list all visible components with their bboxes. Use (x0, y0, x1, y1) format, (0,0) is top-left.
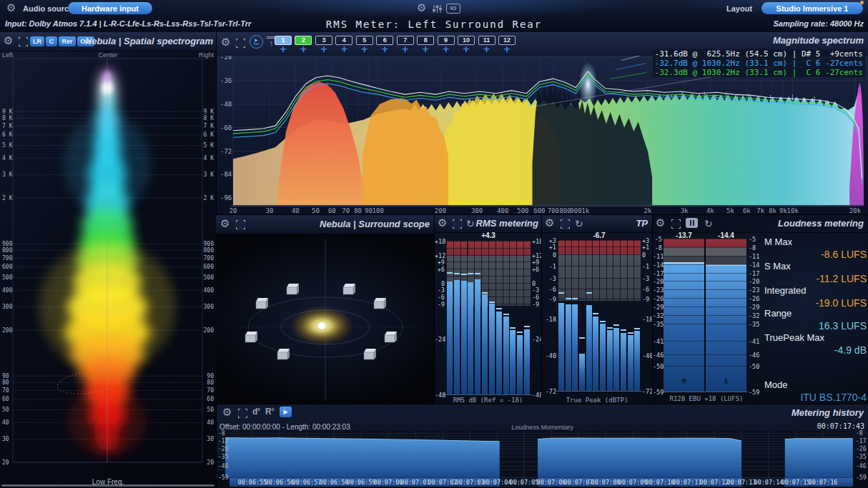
tp-hairline (558, 289, 641, 289)
loud-scale-left: -26 (653, 295, 662, 302)
rms-reset-icon[interactable]: ↻ (466, 219, 475, 229)
spectrum-channel-add-button-5[interactable]: + (356, 44, 373, 54)
loud-scale-left: -50 (653, 363, 662, 370)
history-time-label: 00:07:04 (483, 479, 512, 486)
svg-text:-35: -35 (218, 454, 229, 460)
svg-text:2 K: 2 K (2, 195, 13, 201)
rms-bar-1 (447, 282, 453, 394)
tp-peak-8 (607, 327, 613, 329)
tp-bar-7 (600, 324, 606, 391)
history-range-icon[interactable]: Rc (265, 407, 275, 417)
spectrum-channel-add-button-8[interactable]: + (417, 44, 434, 54)
tp-peak-12 (634, 328, 640, 329)
hardware-input-button[interactable]: Hardware input (68, 2, 152, 14)
svg-text:700: 700 (204, 255, 214, 262)
loudness-pause-button[interactable] (686, 218, 698, 228)
history-time-label: 00:07:03 (455, 479, 485, 486)
spatial-scrollbar[interactable] (1, 484, 214, 487)
audio-source-gear-icon[interactable]: ⚙ (6, 3, 16, 14)
spectrum-channel-add-button-3[interactable]: + (315, 44, 332, 54)
loud-scale-right: -35 (749, 321, 759, 328)
svg-text:-46: -46 (218, 463, 229, 469)
mixer-sliders-icon[interactable] (432, 4, 443, 16)
rms-scale-left: -9 (435, 301, 445, 308)
svg-text:30: 30 (266, 207, 274, 214)
loud-scale-left: -14 (653, 262, 662, 269)
history-expand-icon[interactable] (238, 409, 247, 418)
loudness-reset-icon[interactable]: ↻ (704, 219, 713, 229)
history-time-label: 00:06:55 (238, 479, 267, 486)
svg-text:-84: -84 (220, 171, 232, 178)
history-time-label: 00:06:59 (347, 479, 376, 486)
scope-speaker-7 (364, 349, 376, 359)
scope-gear-icon[interactable]: ⚙ (220, 219, 230, 229)
tp-hairline (558, 240, 641, 241)
history-time-label: 00:07:16 (809, 479, 838, 486)
spectrum-live-button[interactable]: ▶live (250, 35, 263, 49)
history-time-format-icon[interactable]: dc (252, 407, 260, 417)
spectrum-channel-add-button-9[interactable]: + (438, 44, 455, 54)
svg-text:1k: 1k (581, 207, 589, 214)
tp-reset-icon[interactable]: ↻ (575, 219, 583, 229)
rms-bar-8 (496, 312, 502, 394)
loud-scale-left: -32 (653, 312, 662, 319)
rms-bar-5 (475, 279, 480, 394)
rms-max-value: +4.3 (446, 231, 531, 239)
spectrum-gear-icon[interactable]: ⚙ (221, 37, 230, 48)
tp-bar-4 (579, 354, 585, 391)
top-bar: ⚙ Audio source Hardware input ⚙ IO Layou… (0, 0, 868, 32)
svg-text:70: 70 (207, 387, 214, 394)
svg-text:400: 400 (2, 287, 13, 294)
rms-scale-left: +18 (435, 238, 445, 245)
loud-scale-right: -50 (749, 363, 759, 370)
svg-text:-36: -36 (220, 77, 232, 84)
spectrum-channel-add-button-7[interactable]: + (397, 44, 414, 54)
history-time-label: 00:07:09 (618, 479, 648, 486)
loud-scale-left: -8 (653, 244, 662, 252)
spectrum-expand-icon[interactable] (236, 39, 245, 48)
rms-gear-icon[interactable]: ⚙ (438, 218, 447, 229)
spectrum-channel-add-button-2[interactable]: + (295, 44, 312, 54)
history-time-label: 00:07:07 (564, 479, 593, 486)
rms-bar-12 (524, 329, 530, 394)
svg-text:5k: 5k (726, 207, 734, 214)
spectrum-channel-add-button-6[interactable]: + (376, 44, 393, 54)
loud-scale-right: -8 (749, 244, 756, 252)
rms-peak-8 (496, 308, 502, 309)
rms-scale-right: 0 (532, 280, 536, 287)
scope-expand-icon[interactable] (236, 220, 245, 229)
svg-text:2 K: 2 K (204, 195, 214, 201)
tp-bar-9 (613, 328, 619, 391)
io-routing-icon[interactable]: IO (446, 4, 460, 14)
tp-gear-icon[interactable]: ⚙ (545, 218, 554, 229)
spectrum-channel-add-button-4[interactable]: + (335, 44, 352, 54)
spectrum-channel-add-button-1[interactable]: + (275, 44, 292, 54)
loud-axis-line (662, 392, 748, 392)
spectrum-channel-add-button-11[interactable]: + (478, 44, 495, 54)
svg-text:900: 900 (570, 207, 581, 214)
spectrum-readout-2: -32.3dB @ 1030.2Hz (33.1 cm) | C 6 -27ce… (653, 68, 865, 77)
rms-expand-icon[interactable] (453, 219, 462, 229)
loudness-expand-icon[interactable] (671, 219, 681, 229)
history-gear-icon[interactable]: ⚙ (222, 407, 232, 418)
loud-scale-right: -41 (749, 338, 759, 345)
loudness-gear-icon[interactable]: ⚙ (656, 218, 665, 229)
tp-expand-icon[interactable] (561, 219, 570, 229)
loud-scale-right: -29 (749, 304, 759, 311)
main-settings-gear-icon[interactable]: ⚙ (417, 3, 426, 14)
rms-peak-4 (468, 273, 473, 274)
svg-text:300: 300 (471, 207, 483, 214)
loud-scale-left: -29 (653, 304, 662, 311)
history-play-button[interactable]: ▶ (280, 407, 292, 417)
layout-select-button[interactable]: Studio Immersive 1 (761, 2, 863, 14)
panel-magnitude-spectrum: -24-36-48-60-72-84-962030405060708090100… (216, 32, 868, 214)
history-area-segment-2 (785, 439, 853, 478)
spectrum-channel-add-button-10[interactable]: + (458, 44, 475, 54)
tp-bar-12 (634, 331, 640, 391)
spectrum-channel-add-button-12[interactable]: + (498, 44, 516, 54)
rms-axis-label: RMS dB (Ref = -18) (435, 397, 541, 404)
history-time-label: 00:07:11 (673, 479, 702, 486)
spectrum-readout-0: -31.6dB @ 625.5Hz (54.5 cm) | D# 5 +9cen… (653, 49, 865, 59)
rms-peak-1 (447, 272, 453, 274)
tp-max-value: -6.7 (558, 231, 641, 239)
